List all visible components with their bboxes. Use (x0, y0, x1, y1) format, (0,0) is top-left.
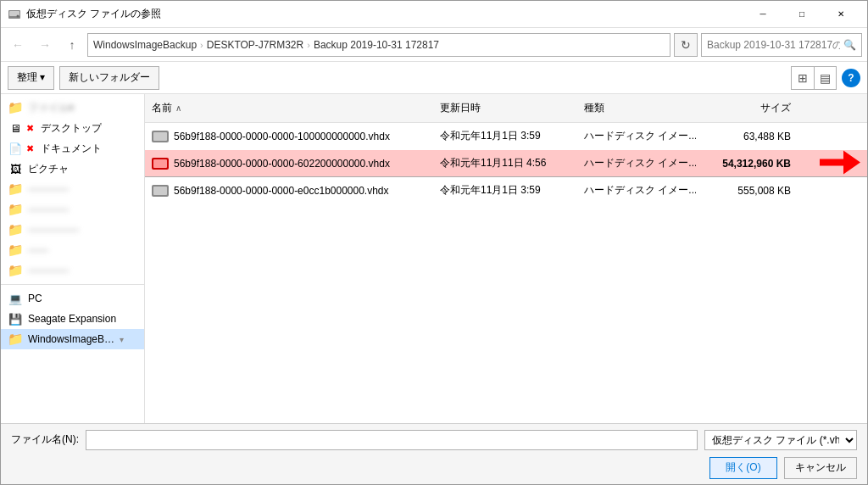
file-size-col-1: 63,488 KB (696, 127, 798, 146)
forward-icon: → (39, 38, 51, 52)
sidebar-item-blurred-3[interactable]: 📁 ————— (1, 220, 144, 240)
sort-arrow-icon: ∧ (175, 103, 181, 113)
sidebar-item-label-windows-image-backup: WindowsImageB… (28, 333, 114, 345)
file-date-3: 令和元年11月1日 3:59 (440, 183, 541, 198)
titlebar: 仮想ディスク ファイルの参照 ─ □ ✕ (1, 1, 867, 28)
table-row[interactable]: 56b9f188-0000-0000-0000-100000000000.vhd… (145, 123, 867, 150)
folder-icon: 📁 (8, 100, 23, 115)
up-icon: ↑ (70, 38, 75, 52)
sidebar-item-label-seagate: Seagate Expansion (28, 313, 116, 325)
breadcrumb-crumb1: WindowsImageBackup (93, 39, 197, 51)
header-name[interactable]: 名前 ∧ (145, 98, 433, 119)
header-type[interactable]: 種類 (577, 98, 696, 119)
open-button[interactable]: 開く(O) (709, 457, 777, 479)
minimize-button[interactable]: ─ (743, 1, 782, 28)
sidebar-item-label-documents: ドキュメント (41, 142, 102, 156)
file-size-col-3: 555,008 KB (696, 181, 798, 200)
header-size-label: サイズ (760, 101, 791, 115)
sidebar-item-label-blurred-3: ————— (28, 224, 79, 236)
sidebar-item-label-blurred-1: ———— (28, 183, 69, 195)
table-row[interactable]: 56b9f188-0000-0000-0000-602200000000.vhd… (145, 150, 867, 177)
view-toggle-group: ⊞ ▤ (791, 66, 837, 90)
sidebar-item-windows-image-backup[interactable]: 📁 WindowsImageB… ▾ (1, 329, 144, 349)
file-date-col-1: 令和元年11月1日 3:59 (433, 125, 577, 147)
up-button[interactable]: ↑ (60, 33, 84, 57)
file-name-col-1: 56b9f188-0000-0000-0000-100000000000.vhd… (145, 127, 433, 146)
pictures-icon: 🖼 (8, 161, 23, 176)
toolbar: 整理 ▾ 新しいフォルダー ⊞ ▤ ? (1, 62, 867, 94)
folder-blurred-4-icon: 📁 (8, 242, 23, 258)
sidebar-item-blurred-2[interactable]: 📁 ———— (1, 199, 144, 220)
vhd-icon-1 (152, 131, 169, 142)
view-detail-button[interactable]: ⊞ (792, 67, 814, 89)
search-input[interactable] (707, 39, 840, 51)
filetype-select[interactable]: 仮想ディスク ファイル (*.vhd, *.vhc (704, 430, 857, 450)
header-type-label: 種類 (584, 101, 604, 115)
filename-row: ファイル名(N): 仮想ディスク ファイル (*.vhd, *.vhc (11, 430, 857, 450)
close-button[interactable]: ✕ (821, 1, 860, 28)
sidebar-item-pictures[interactable]: 🖼 ピクチャ (1, 159, 144, 179)
desktop-icon: 🖥 (8, 120, 23, 136)
red-arrow-annotation (820, 148, 860, 178)
maximize-button[interactable]: □ (782, 1, 821, 28)
sidebar-divider (1, 284, 144, 285)
file-name-col-2: 56b9f188-0000-0000-0000-602200000000.vhd… (145, 154, 433, 173)
cancel-button[interactable]: キャンセル (784, 457, 857, 479)
sidebar-item-files[interactable]: 📁 ファイル▾ (1, 98, 144, 118)
file-name-col-3: 56b9f188-0000-0000-0000-e0cc1b000000.vhd… (145, 181, 433, 200)
sidebar-item-desktop[interactable]: 🖥 ✖ デスクトップ (1, 118, 144, 138)
main-area: 📁 ファイル▾ 🖥 ✖ デスクトップ 📄 ✖ ドキュメント (1, 94, 867, 423)
addressbar: ← → ↑ WindowsImageBackup › DESKTOP-J7RM3… (1, 28, 867, 62)
sidebar-item-label-desktop: デスクトップ (41, 121, 102, 136)
organize-button[interactable]: 整理 ▾ (8, 66, 54, 90)
sidebar-item-label-files: ファイル▾ (28, 101, 74, 115)
filename-label: ファイル名(N): (11, 432, 79, 447)
file-area: 名前 ∧ 更新日時 種類 サイズ 56b9 (145, 94, 867, 423)
sidebar-item-label-pc: PC (28, 293, 42, 304)
file-date-1: 令和元年11月1日 3:59 (440, 129, 541, 143)
window: 仮想ディスク ファイルの参照 ─ □ ✕ ← → ↑ WindowsImageB… (0, 0, 868, 485)
refresh-button[interactable]: ↻ (674, 33, 698, 57)
sidebar-item-blurred-5[interactable]: 📁 ———— (1, 260, 144, 281)
new-folder-button[interactable]: 新しいフォルダー (59, 66, 159, 90)
titlebar-controls: ─ □ ✕ (743, 1, 860, 28)
breadcrumb-crumb2: DESKTOP-J7RM32R (207, 39, 303, 51)
address-box[interactable]: WindowsImageBackup › DESKTOP-J7RM32R › B… (87, 33, 670, 57)
sidebar-item-label-blurred-2: ———— (28, 203, 69, 215)
documents-icon: 📄 (8, 141, 23, 156)
sidebar-item-documents[interactable]: 📄 ✖ ドキュメント (1, 138, 144, 159)
back-button[interactable]: ← (6, 33, 30, 57)
window-title: 仮想ディスク ファイルの参照 (26, 7, 743, 21)
header-size[interactable]: サイズ (696, 98, 798, 119)
header-date-label: 更新日時 (440, 101, 481, 115)
sidebar-item-pc[interactable]: 💻 PC (1, 288, 144, 309)
sidebar-item-seagate[interactable]: 💾 Seagate Expansion (1, 309, 144, 329)
sidebar-item-label-blurred-4: —— (28, 244, 48, 256)
sidebar-item-blurred-1[interactable]: 📁 ———— (1, 179, 144, 199)
svg-marker-3 (820, 150, 860, 174)
refresh-icon: ↻ (681, 38, 691, 52)
help-button[interactable]: ? (842, 69, 860, 87)
hdd-icon: 💾 (8, 311, 23, 326)
header-date[interactable]: 更新日時 (433, 98, 577, 119)
file-name-1: 56b9f188-0000-0000-0000-100000000000.vhd… (174, 131, 390, 142)
file-type-1: ハードディスク イメー... (584, 129, 696, 143)
sidebar-item-blurred-4[interactable]: 📁 —— (1, 240, 144, 260)
svg-point-2 (17, 14, 19, 17)
windows-backup-folder-icon: 📁 (8, 332, 23, 347)
vhd-icon-2 (152, 158, 169, 170)
file-list: 56b9f188-0000-0000-0000-100000000000.vhd… (145, 123, 867, 423)
view-list-button[interactable]: ▤ (814, 67, 836, 89)
folder-blurred-3-icon: 📁 (8, 222, 23, 237)
forward-button[interactable]: → (33, 33, 57, 57)
breadcrumb-crumb3: Backup 2019-10-31 172817 (314, 39, 439, 51)
filename-input[interactable] (86, 430, 698, 450)
file-size-3: 555,008 KB (737, 185, 791, 197)
header-name-label: 名前 (152, 101, 172, 115)
table-row[interactable]: 56b9f188-0000-0000-0000-e0cc1b000000.vhd… (145, 177, 867, 204)
bottombar: ファイル名(N): 仮想ディスク ファイル (*.vhd, *.vhc 開く(O… (1, 423, 867, 484)
file-date-col-3: 令和元年11月1日 3:59 (433, 180, 577, 201)
file-size-col-2: 54,312,960 KB (696, 154, 798, 173)
file-name-2: 56b9f188-0000-0000-0000-602200000000.vhd… (174, 158, 390, 170)
sidebar-item-label-pictures: ピクチャ (28, 162, 69, 176)
